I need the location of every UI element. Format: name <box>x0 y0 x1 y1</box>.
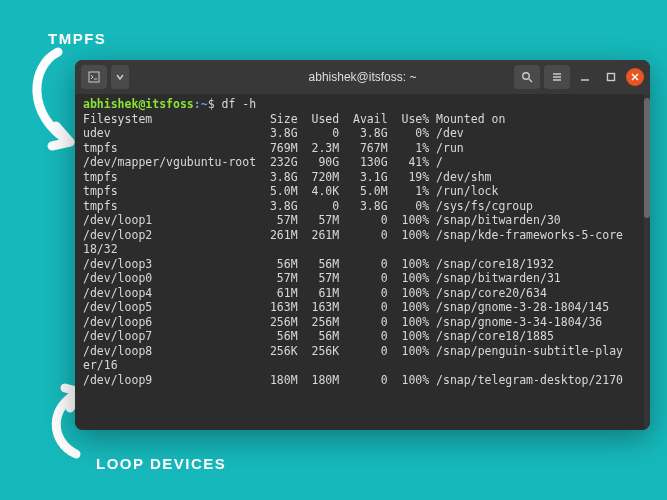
close-icon <box>631 73 639 81</box>
svg-point-1 <box>523 73 529 79</box>
menu-button[interactable] <box>544 65 570 89</box>
terminal-body[interactable]: abhishek@itsfoss:~$ df -h Filesystem Siz… <box>75 94 650 430</box>
new-tab-button[interactable] <box>81 65 107 89</box>
close-button[interactable] <box>626 68 644 86</box>
maximize-icon <box>606 72 616 82</box>
svg-line-2 <box>529 79 532 82</box>
annotation-loop-devices: LOOP DEVICES <box>96 455 226 472</box>
terminal-window: abhishek@itsfoss: ~ abhishek@itsfoss:~$ … <box>75 60 650 430</box>
annotation-tmpfs: TMPFS <box>48 30 106 47</box>
chevron-down-icon <box>116 73 124 81</box>
terminal-icon <box>88 71 100 83</box>
terminal-output: abhishek@itsfoss:~$ df -h Filesystem Siz… <box>83 97 642 387</box>
titlebar: abhishek@itsfoss: ~ <box>75 60 650 94</box>
tab-dropdown-button[interactable] <box>111 65 129 89</box>
hamburger-icon <box>551 71 563 83</box>
scrollbar-track[interactable] <box>644 94 650 430</box>
svg-rect-0 <box>89 72 99 82</box>
search-button[interactable] <box>514 65 540 89</box>
search-icon <box>521 71 533 83</box>
svg-rect-7 <box>608 74 615 81</box>
minimize-icon <box>580 72 590 82</box>
scrollbar-thumb[interactable] <box>644 98 650 218</box>
maximize-button[interactable] <box>600 66 622 88</box>
minimize-button[interactable] <box>574 66 596 88</box>
